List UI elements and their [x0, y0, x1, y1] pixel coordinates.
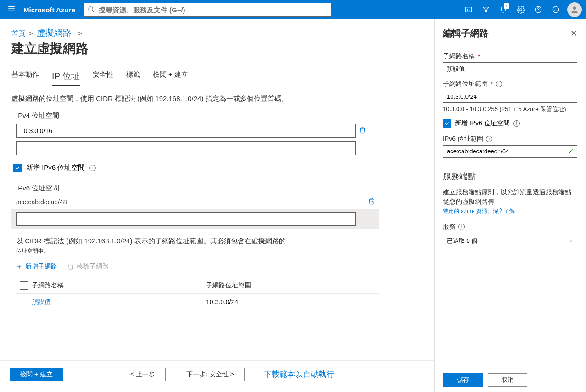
add-subnet-button[interactable]: 新增子網路: [16, 263, 57, 271]
notification-badge: 1: [504, 3, 509, 9]
tab-basic[interactable]: 基本動作: [11, 70, 39, 86]
main-content: 首頁 > 虛擬網路 > 建立虛擬網路 基本動作 IP 位址 安全性 標籤 檢閱 …: [0, 19, 434, 392]
page-title: 建立虛擬網路: [11, 40, 423, 57]
previous-button[interactable]: < 上一步: [120, 368, 166, 381]
ipv4-address-input[interactable]: [16, 124, 356, 138]
tab-security[interactable]: 安全性: [93, 70, 113, 86]
service-label: 服務: [443, 223, 456, 231]
ipv4-address-input-empty[interactable]: [16, 141, 356, 155]
svg-point-9: [520, 9, 522, 11]
close-icon[interactable]: ✕: [570, 28, 577, 39]
col-subnet-range: 子網路位址範圍: [206, 281, 379, 290]
chevron-down-icon: [568, 238, 573, 244]
delete-ipv4-icon[interactable]: [356, 126, 369, 135]
panel-title: 編輯子網路: [443, 27, 489, 39]
subnet-name-link[interactable]: 預設值: [32, 298, 51, 305]
subnet-range-label: 子網路位址範圍: [443, 80, 488, 88]
service-endpoints-link[interactable]: 特定的 azure 資源。深入了解: [443, 207, 577, 215]
user-avatar[interactable]: [567, 2, 582, 17]
col-subnet-name: 子網路名稱: [32, 281, 206, 290]
svg-line-4: [92, 11, 94, 12]
svg-rect-5: [465, 7, 472, 12]
service-endpoints-desc: 建立服務端點原則，以允許流量透過服務端點從您的虛擬網路傳: [443, 187, 577, 207]
cancel-button[interactable]: 取消: [488, 373, 527, 387]
subnet-range-hint: 10.3.0.0 - 10.3.0.255 (251 + 5 Azure 保留位…: [443, 105, 577, 114]
subnet-description: 以 CIDR 標記法 (例如 192.168.1.0/24) 表示的子網路位址範…: [16, 236, 369, 246]
info-icon[interactable]: i: [458, 224, 465, 230]
row-checkbox[interactable]: [20, 298, 28, 306]
edit-subnet-panel: 編輯子網路 ✕ 子網路名稱 * 子網路位址範圍 * i 10.3.0.0 - 1…: [434, 19, 586, 392]
hamburger-icon[interactable]: [4, 5, 19, 15]
service-selected-value: 已選取 0 個: [447, 237, 477, 245]
review-create-button[interactable]: 檢閱 + 建立: [10, 368, 63, 381]
ipv6-label: IPv6 位址空間: [16, 184, 423, 193]
select-all-checkbox[interactable]: [20, 281, 28, 290]
tabs: 基本動作 IP 位址 安全性 標籤 檢閱 + 建立: [11, 70, 423, 86]
svg-point-15: [573, 6, 576, 10]
service-endpoints-title: 服務端點: [443, 171, 577, 182]
valid-check-icon: [567, 148, 574, 156]
search-input[interactable]: [99, 6, 327, 14]
tab-ip[interactable]: IP 位址: [52, 70, 80, 86]
svg-marker-7: [483, 7, 489, 12]
subnet-name-label: 子網路名稱: [443, 52, 475, 61]
panel-ipv6-checkbox-label: 新增 IPv6 位址空間: [455, 119, 510, 128]
ipv6-checkbox[interactable]: [13, 164, 22, 172]
breadcrumb-home[interactable]: 首頁: [11, 29, 25, 37]
subnet-range-value: 10.3.0.0/24: [206, 298, 379, 306]
add-subnet-label: 新增子網路: [25, 263, 57, 271]
breadcrumb: 首頁 > 虛擬網路 >: [11, 27, 423, 39]
ipv4-label: IPv4 位址空間: [16, 112, 423, 120]
notifications-icon[interactable]: 1: [495, 0, 512, 19]
info-icon[interactable]: i: [486, 136, 492, 142]
help-icon[interactable]: [530, 0, 547, 19]
info-icon[interactable]: i: [513, 120, 520, 127]
save-button[interactable]: 儲存: [443, 373, 483, 387]
cloud-shell-icon[interactable]: [460, 0, 477, 19]
ipv6-address-value: ace:cab:deca::/48: [16, 196, 365, 207]
ipv6-range-label: IPv6 位址範圍: [443, 135, 483, 143]
ip-description: 虛擬網路的位址空間，使用 CIDR 標記法 (例如 192.168.1.0/24…: [11, 95, 423, 103]
tab-tags[interactable]: 標籤: [126, 70, 140, 86]
top-bar: Microsoft Azure 1: [0, 0, 586, 19]
settings-icon[interactable]: [512, 0, 530, 19]
download-template-link[interactable]: 下載範本以自動執行: [264, 369, 334, 380]
svg-point-12: [553, 6, 559, 13]
subnet-description-2: 位址空間中。: [16, 247, 419, 255]
brand-label: Microsoft Azure: [23, 6, 75, 14]
service-select[interactable]: 已選取 0 個: [443, 235, 577, 247]
directory-filter-icon[interactable]: [477, 0, 495, 19]
remove-subnet-button[interactable]: 移除子網路: [67, 263, 109, 271]
svg-point-3: [89, 7, 93, 11]
global-search[interactable]: [84, 3, 331, 17]
info-icon[interactable]: i: [89, 165, 96, 171]
delete-ipv6-icon[interactable]: [365, 197, 379, 207]
tab-review[interactable]: 檢閱 + 建立: [153, 70, 188, 86]
breadcrumb-vnet[interactable]: 虛擬網路: [37, 28, 72, 38]
subnet-table: 子網路名稱 子網路位址範圍 預設值 10.3.0.0/24: [16, 277, 379, 310]
next-button[interactable]: 下一步: 安全性 >: [176, 368, 245, 381]
subnet-name-input[interactable]: [443, 62, 577, 75]
bottom-bar: 檢閱 + 建立 < 上一步 下一步: 安全性 > 下載範本以自動執行: [0, 360, 434, 388]
remove-subnet-label: 移除子網路: [77, 263, 109, 271]
panel-ipv6-checkbox[interactable]: [443, 119, 451, 128]
ipv6-checkbox-label: 新增 IPv6 位址空間: [26, 163, 85, 172]
ipv6-address-input-empty[interactable]: [16, 212, 356, 226]
feedback-icon[interactable]: [547, 0, 564, 19]
ipv6-range-input[interactable]: [443, 145, 577, 158]
subnet-range-input[interactable]: [443, 90, 577, 103]
info-icon[interactable]: i: [496, 81, 502, 87]
